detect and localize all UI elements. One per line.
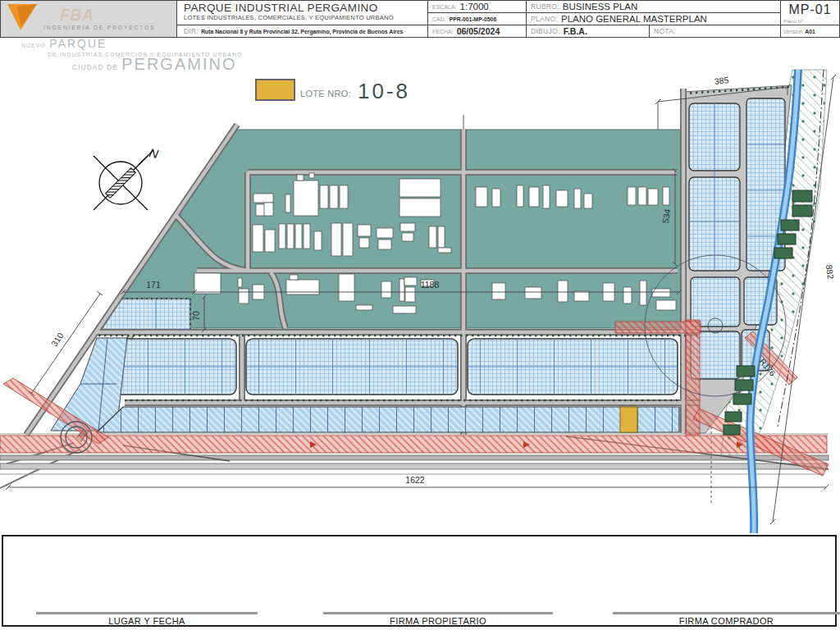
dibujo-value: F.B.A. (564, 26, 587, 36)
company-logo: FBA INGENIERÍA DE PROYECTOS (1, 1, 177, 37)
company-logo-icon: FBA INGENIERÍA DE PROYECTOS (1, 1, 175, 36)
rubro-plano-cell: RUBRO:BUSINESS PLAN PLANO:PLANO GENERAL … (527, 1, 781, 37)
scale-cad-date-cell: ESCALA:1:7000 CAD:PPR-001-MP-0506 FECHA:… (428, 1, 527, 37)
sheet-code: MP-01 (781, 2, 839, 17)
plano-label: PLANO: (531, 15, 558, 23)
dim-310: 310 (49, 331, 66, 348)
project-title-cell: PARQUE INDUSTRIAL PERGAMINO LOTES INDUST… (177, 1, 428, 37)
signature-box: LUGAR Y FECHA FIRMA PROPIETARIO FIRMA CO… (2, 535, 837, 627)
rubro-label: RUBRO: (531, 2, 559, 11)
dim-1188: 1188 (421, 280, 440, 290)
dim-171: 171 (146, 280, 161, 290)
signature-label: FIRMA PROPIETARIO (390, 616, 486, 626)
signature-field-firma-propietario: FIRMA PROPIETARIO (323, 612, 553, 626)
escala-value: 1:7000 (460, 2, 489, 11)
masterplan-sheet: { "title_block": { "logo": {"company": "… (0, 0, 840, 630)
sheet-number-cell: MP-01 Plano N° Versión A01 (781, 1, 839, 37)
industrial-lot-blocks (105, 339, 678, 395)
dibujo-label: DIBUJO: (531, 27, 560, 35)
north-label: N (148, 145, 159, 161)
escala-label: ESCALA: (432, 4, 457, 10)
version-label: Versión (783, 29, 802, 34)
dim-385: 385 (714, 75, 729, 86)
plano-value: PLANO GENERAL MASTERPLAN (561, 14, 707, 24)
nota-label: NOTA: (654, 27, 676, 35)
cad-label: CAD: (432, 16, 446, 22)
small-lot-strip (97, 407, 679, 432)
dim-882: 882 (824, 264, 836, 280)
dim-70: 70 (191, 311, 201, 321)
signature-field-firma-comprador: FIRMA COMPRADOR (613, 612, 840, 626)
signature-label: LUGAR Y FECHA (108, 616, 185, 626)
version-value: A01 (805, 29, 815, 34)
dir-label: DIR: (184, 27, 199, 35)
selected-lot-10-8 (620, 407, 637, 432)
fecha-value: 06/05/2024 (457, 26, 500, 36)
sheet-number-label: Plano N° (783, 18, 804, 24)
signature-label: FIRMA COMPRADOR (679, 616, 774, 626)
masterplan-drawing: N 385 534 882 1188 171 70 310 1622 R176 (0, 38, 840, 535)
project-subtitle: LOTES INDUSTRIALES, COMERCIALES, Y EQUIP… (184, 14, 421, 21)
rubro-value: BUSINESS PLAN (563, 2, 637, 11)
cad-value: PPR-001-MP-0506 (450, 16, 496, 22)
dir-value: Ruta Nacional 8 y Ruta Provincial 32, Pe… (201, 29, 403, 34)
dim-1622: 1622 (405, 475, 425, 485)
signature-field-lugar-fecha: LUGAR Y FECHA (36, 612, 258, 626)
project-title: PARQUE INDUSTRIAL PERGAMINO (184, 2, 421, 14)
logo-tagline: INGENIERÍA DE PROYECTOS (43, 24, 156, 30)
title-block: FBA INGENIERÍA DE PROYECTOS PARQUE INDUS… (0, 0, 840, 38)
fecha-label: FECHA: (432, 29, 454, 34)
logo-company-text: FBA (60, 6, 94, 24)
north-compass-icon: N (94, 145, 160, 210)
